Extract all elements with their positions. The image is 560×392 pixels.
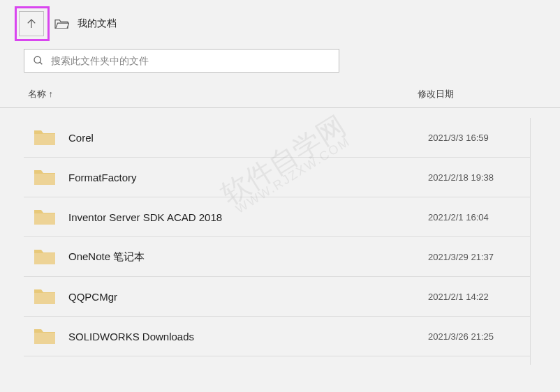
file-name: QQPCMgr [68, 291, 428, 303]
folder-icon [34, 327, 56, 345]
search-box[interactable] [24, 49, 339, 73]
svg-line-2 [40, 62, 42, 64]
search-input[interactable] [51, 55, 330, 66]
file-name: Inventor Server SDK ACAD 2018 [68, 211, 428, 223]
folder-icon [34, 168, 56, 186]
file-date: 2021/3/3 16:59 [428, 133, 523, 143]
folder-icon [34, 287, 56, 306]
file-date: 2021/3/29 21:37 [428, 252, 523, 262]
file-date: 2021/2/1 16:04 [428, 212, 523, 223]
file-date: 2021/3/26 21:25 [428, 331, 523, 342]
file-list[interactable]: Corel2021/3/3 16:59 FormatFactory2021/2/… [24, 118, 530, 365]
svg-point-1 [34, 56, 40, 63]
columns-header: 名称 ↑ 修改日期 [0, 73, 560, 108]
column-name[interactable]: 名称 ↑ [28, 88, 418, 100]
file-name: SOLIDWORKS Downloads [68, 331, 428, 342]
file-name: OneNote 笔记本 [68, 250, 428, 264]
file-row[interactable]: Inventor Server SDK ACAD 20182021/2/1 16… [24, 197, 530, 237]
folder-icon [34, 208, 56, 226]
file-row[interactable]: QQPCMgr2021/2/1 14:22 [24, 277, 530, 317]
file-name: Corel [68, 132, 428, 144]
folder-icon [34, 128, 56, 146]
location-label: 我的文档 [78, 17, 117, 30]
up-button[interactable] [19, 11, 44, 36]
folder-open-icon [54, 17, 69, 30]
arrow-up-icon [25, 17, 38, 30]
file-date: 2021/2/1 14:22 [428, 292, 523, 302]
search-icon [33, 55, 44, 66]
folder-icon [34, 248, 56, 266]
file-row[interactable]: Corel2021/3/3 16:59 [24, 118, 530, 158]
file-row[interactable]: OneNote 笔记本2021/3/29 21:37 [24, 237, 530, 277]
file-row[interactable]: FormatFactory2021/2/18 19:38 [24, 158, 530, 197]
file-row[interactable]: SOLIDWORKS Downloads2021/3/26 21:25 [24, 317, 530, 356]
file-name: FormatFactory [68, 172, 428, 183]
file-date: 2021/2/18 19:38 [428, 172, 523, 183]
column-date[interactable]: 修改日期 [418, 88, 536, 100]
